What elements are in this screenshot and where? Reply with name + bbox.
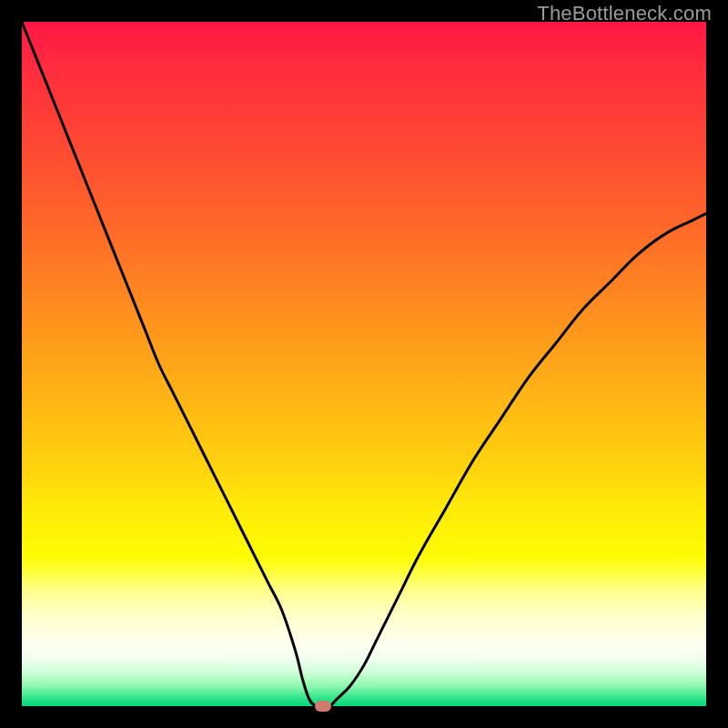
- chart-frame: TheBottleneck.com: [0, 0, 728, 728]
- optimum-marker: [315, 701, 331, 712]
- plot-area: [22, 22, 706, 706]
- bottleneck-curve: [22, 22, 706, 706]
